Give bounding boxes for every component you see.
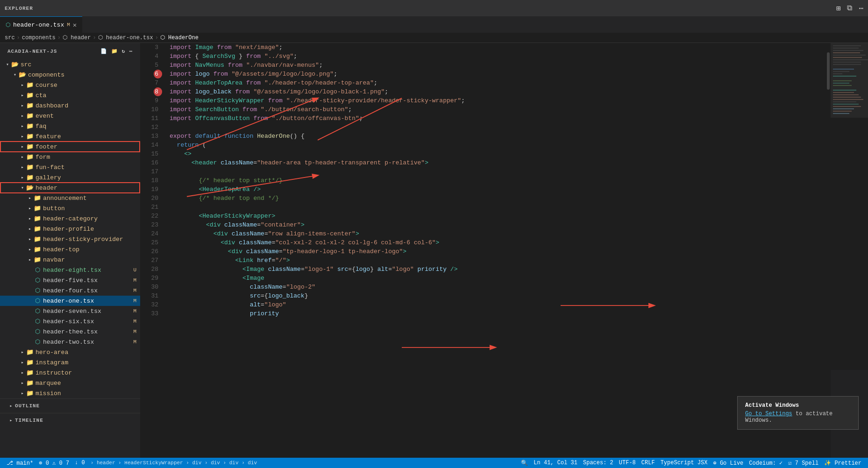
- tree-item-header-five[interactable]: ▸ ⬡ header-five.tsx M: [0, 275, 140, 285]
- collapse-icon[interactable]: ⋯: [129, 48, 133, 54]
- svg-rect-28: [831, 43, 868, 118]
- code-line-6: import logo from "@/assets/img/logo/logo…: [170, 70, 826, 78]
- tree-item-feature[interactable]: ▸ 📁 feature: [0, 131, 140, 142]
- more-actions-icon[interactable]: ⋯: [859, 4, 863, 13]
- status-breadcrumb: › header › HeaderStickyWrapper › div › d…: [88, 458, 260, 468]
- tree-item-header[interactable]: ▾ 📂 header: [0, 183, 140, 193]
- tree-item-header-two[interactable]: ▸ ⬡ header-two.tsx M: [0, 337, 140, 347]
- tree-item-header-one[interactable]: ▸ ⬡ header-one.tsx M: [0, 296, 140, 306]
- code-line-28: <Image className="logo-1" src={logo} alt…: [170, 265, 826, 274]
- tree-item-fun-fact[interactable]: ▸ 📁 fun-fact: [0, 162, 140, 172]
- status-spaces[interactable]: Spaces: 2: [580, 458, 616, 468]
- tree-item-instagram[interactable]: ▸ 📁 instagram: [0, 357, 140, 368]
- status-spell[interactable]: ☑ 7 Spell: [785, 458, 821, 468]
- tree-item-navbar[interactable]: ▸ 📁 navbar: [0, 255, 140, 265]
- tree-item-header-four[interactable]: ▸ ⬡ header-four.tsx M: [0, 285, 140, 296]
- status-eol[interactable]: CRLF: [639, 458, 658, 468]
- code-line-32: alt="logo": [170, 300, 826, 309]
- tree-item-header-profile[interactable]: ▸ 📁 header-profile: [0, 224, 140, 234]
- tree-item-course[interactable]: ▸ 📁 course: [0, 80, 140, 90]
- breadcrumb-file[interactable]: ⬡ header-one.tsx: [98, 34, 153, 41]
- tree-item-instructor[interactable]: ▸ 📁 instructor: [0, 368, 140, 378]
- status-codeium[interactable]: Codeium: ✓: [746, 458, 785, 468]
- tree-item-header-sticky-provider[interactable]: ▸ 📁 header-sticky-provider: [0, 234, 140, 244]
- remote-icon[interactable]: ⊞: [836, 4, 841, 13]
- sidebar-tree: ▾ 📂 src ▾ 📂 components ▸ 📁 course: [0, 59, 140, 458]
- explorer-label: EXPLORER: [5, 6, 33, 11]
- label-src: src: [21, 61, 136, 68]
- code-line-27: <Link href="/">: [170, 256, 826, 265]
- tree-item-components[interactable]: ▾ 📂 components: [0, 70, 140, 80]
- tree-item-hero-area[interactable]: ▸ 📁 hero-area: [0, 347, 140, 357]
- status-search[interactable]: 🔍: [518, 458, 531, 468]
- timeline-arrow: ▸: [7, 417, 15, 424]
- outline-header[interactable]: ▸ OUTLINE: [0, 401, 140, 411]
- tree-item-button[interactable]: ▸ 📁 button: [0, 203, 140, 213]
- status-cursor[interactable]: Ln 41, Col 31: [531, 458, 580, 468]
- tree-item-header-seven[interactable]: ▸ ⬡ header-seven.tsx M: [0, 306, 140, 316]
- new-folder-icon[interactable]: 📁: [111, 48, 118, 54]
- breadcrumb-header-folder[interactable]: ⬡ header: [63, 34, 91, 41]
- tree-item-src[interactable]: ▾ 📂 src: [0, 59, 140, 70]
- code-editor: 3 4 5 6 7 8 9 10 11 12 13 14 15 16 17 18…: [140, 43, 868, 458]
- tab-header-one[interactable]: ⬡ header-one.tsx M ✕: [0, 16, 82, 33]
- status-encoding[interactable]: UTF-8: [616, 458, 639, 468]
- tab-file-icon: ⬡: [6, 21, 10, 28]
- status-errors[interactable]: ⊗ 0 ⚠ 0 7: [36, 458, 72, 468]
- status-git-sync[interactable]: ↓ 0: [72, 458, 88, 468]
- tree-item-header-eight[interactable]: ▸ ⬡ header-eight.tsx U: [0, 265, 140, 275]
- breadcrumb-components[interactable]: components: [22, 35, 56, 41]
- outline-arrow: ▸: [7, 402, 15, 410]
- tree-item-cta[interactable]: ▸ 📁 cta: [0, 90, 140, 100]
- label-components: components: [28, 71, 136, 78]
- tree-item-form[interactable]: ▸ 📁 form: [0, 152, 140, 162]
- code-line-33: priority: [170, 309, 826, 318]
- code-line-24: <div className="row align-items-center">: [170, 229, 826, 238]
- code-area[interactable]: import Image from "next/image"; import {…: [166, 43, 826, 458]
- sidebar-section-timeline: ▸ TIMELINE: [0, 413, 140, 427]
- activation-notice: Activate Windows Go to Settings to activ…: [737, 396, 859, 430]
- folder-icon-src: 📂: [11, 61, 19, 68]
- tree-item-footer[interactable]: ▸ 📁 footer: [0, 142, 140, 152]
- tree-item-header-top[interactable]: ▸ 📁 header-top: [0, 244, 140, 255]
- code-line-21: [170, 203, 826, 212]
- code-line-7: import HeaderTopArea from "./header-top/…: [170, 78, 826, 87]
- breadcrumb-bar: src › components › ⬡ header › ⬡ header-o…: [0, 33, 868, 43]
- tree-item-header-thee[interactable]: ▸ ⬡ header-thee.tsx M: [0, 326, 140, 337]
- status-golive[interactable]: ⊕ Go Live: [710, 458, 746, 468]
- label-course: course: [36, 82, 136, 89]
- new-file-icon[interactable]: 📄: [100, 48, 107, 54]
- tree-item-header-six[interactable]: ▸ ⬡ header-six.tsx M: [0, 316, 140, 326]
- status-prettier[interactable]: ✨ Prettier: [821, 458, 864, 468]
- tab-close-btn[interactable]: ✕: [73, 21, 77, 29]
- vertical-scrollbar[interactable]: [826, 43, 831, 458]
- timeline-header[interactable]: ▸ TIMELINE: [0, 415, 140, 425]
- tab-modified-badge: M: [67, 22, 70, 28]
- tree-item-announcement[interactable]: ▸ 📁 announcement: [0, 193, 140, 203]
- split-editor-icon[interactable]: ⧉: [847, 4, 852, 13]
- tab-bar: ⬡ header-one.tsx M ✕: [0, 16, 868, 33]
- code-line-19: <HeaderTopArea />: [170, 185, 826, 194]
- tree-item-header-category[interactable]: ▸ 📁 header-category: [0, 213, 140, 224]
- tree-item-marquee[interactable]: ▸ 📁 marquee: [0, 378, 140, 388]
- project-name: ACADIA-NEXT-JS: [7, 49, 57, 54]
- tree-item-event[interactable]: ▸ 📁 event: [0, 111, 140, 121]
- activation-link[interactable]: Go to Settings: [745, 411, 792, 417]
- code-line-15: <>: [170, 149, 826, 158]
- tree-item-gallery[interactable]: ▸ 📁 gallery: [0, 172, 140, 183]
- status-language[interactable]: TypeScript JSX: [658, 458, 711, 468]
- tree-item-faq[interactable]: ▸ 📁 faq: [0, 121, 140, 131]
- activation-title: Activate Windows: [745, 402, 851, 409]
- breadcrumb-symbol[interactable]: ⬡ HeaderOne: [160, 34, 199, 41]
- arrow-src: ▾: [4, 61, 11, 68]
- code-line-26: <div className="tp-header-logo-1 tp-head…: [170, 247, 826, 256]
- tree-item-dashboard[interactable]: ▸ 📁 dashboard: [0, 100, 140, 111]
- tree-item-mission[interactable]: ▸ 📁 mission: [0, 388, 140, 398]
- minimap: [831, 43, 868, 458]
- breadcrumb-src[interactable]: src: [5, 35, 15, 41]
- tab-label: header-one.tsx: [13, 21, 64, 28]
- timeline-label: TIMELINE: [15, 418, 43, 423]
- code-line-11: import OffcanvasButton from "./button/of…: [170, 114, 826, 123]
- status-branch[interactable]: ⎇ main*: [4, 458, 36, 468]
- refresh-icon[interactable]: ↻: [122, 48, 126, 54]
